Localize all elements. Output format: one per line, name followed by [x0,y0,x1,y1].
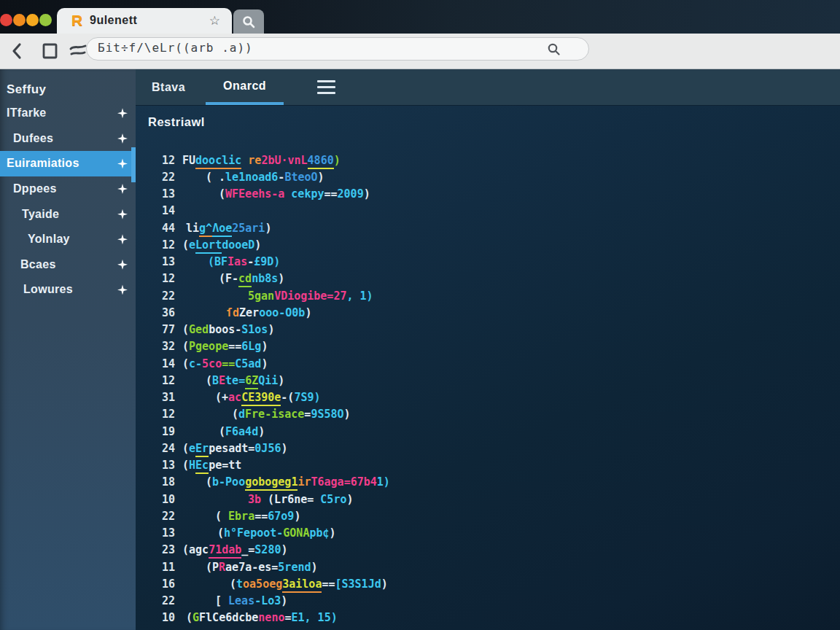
code-token: == [254,510,268,524]
code-token: Ebra [228,510,254,524]
code-token: ) [381,578,388,591]
code-token: £9D [254,255,273,269]
search-tab[interactable] [233,9,264,34]
code-token: ſd [226,306,239,320]
expand-plus-icon[interactable] [117,284,128,295]
code-text: ( Ebra==67o9) [215,510,300,523]
code-text: (GFlCe6dcbeneno=E1, 15) [186,611,338,624]
code-line: 12(F-cdnb8s) [153,271,840,287]
sidebar-item[interactable]: Tyaide [0,201,136,227]
expand-plus-icon[interactable] [117,234,128,244]
code-token: ) [261,357,268,371]
code-text: 3b (Lr6ne= C5ro) [248,493,354,506]
menu-icon[interactable] [317,69,335,105]
favicon-icon: R [71,12,82,29]
sidebar-item-label: Lowures [0,283,73,296]
line-number: 18 [153,475,175,489]
code-line: 24(eErpesadt=0J56) [153,440,840,456]
url-search-icon[interactable] [547,42,561,56]
code-line: 13(HEcpe=tt [153,457,840,474]
sidebar-item[interactable]: Euiramiatios [0,151,136,176]
window-control-fullscreen[interactable] [39,14,52,26]
code-text: (HEcpe=tt [182,459,241,472]
browser-window: R 9ulenett ☆ Бit÷f/\eLr((arb .a)) [0,0,840,630]
code-token: ) [311,561,318,575]
code-token: VDiogibe=27 [274,289,346,303]
code-token: 9S58O [311,408,343,421]
line-number: 22 [153,171,175,184]
code-token: ( [219,187,225,201]
code-text: (Pgeope==6Lg) [182,340,268,353]
tab-onarcd[interactable]: Onarcd [206,69,284,105]
code-text: (+acCE390e-(7S9) [215,391,321,404]
line-number: 10 [153,611,175,624]
tab-btava[interactable]: Btava [150,69,187,105]
code-token: pe=tt [209,459,241,472]
code-text: (Gedboos-S1os) [182,323,274,336]
code-text: (c-5co==C5ad) [182,357,268,370]
code-token: (F- [219,272,238,286]
code-token: ir [298,475,311,489]
expand-plus-icon[interactable] [117,209,128,219]
line-number: 23 [153,543,175,556]
code-token: Ged [189,323,209,337]
bookmark-star-icon[interactable]: ☆ [209,13,220,28]
sidebar-item[interactable]: Yolnlay [0,227,136,252]
code-token: WFEeehs-a [225,187,284,201]
back-icon[interactable] [10,42,25,60]
code-line: 17 [153,626,840,630]
browser-tab[interactable]: R 9ulenett ☆ [57,8,232,34]
code-token: (Lr6ne= [261,493,320,507]
code-token: 1) [377,475,390,489]
line-number: 12 [153,272,175,285]
sidebar-item[interactable]: Dufees [0,126,136,152]
code-token: _= [241,543,254,557]
code-token: = [284,611,291,625]
code-line: 14(c-5co==C5ad) [153,355,840,372]
code-token: F [221,255,228,269]
code-text: [ Leas-Lo3) [215,594,287,607]
code-token: Leas [228,594,254,608]
url-bar[interactable]: Бit÷f/\eLr((arb .a)) [86,37,589,61]
sidebar-item[interactable]: Dppees [0,176,136,202]
sidebar-item[interactable]: Bcaes [0,252,136,278]
sidebar-item[interactable]: Lowures [0,277,136,303]
expand-plus-icon[interactable] [117,158,128,168]
code-token: cekpy [291,187,324,201]
code-line: 77(Gedboos-S1os) [153,322,840,338]
line-number: 12 [153,154,175,167]
code-token: T6aga=67b4 [311,475,377,489]
code-token: ) [258,425,265,439]
code-token: ( [217,526,224,540]
code-token: ) [278,374,284,388]
window-control-zoom[interactable] [26,14,39,26]
sidebar-list: ITfarkeDufeesEuiramiatiosDppeesTyaideYol… [0,101,136,303]
window-control-close[interactable] [0,14,12,26]
bookmark-square-icon[interactable] [41,42,58,60]
code-line: 12(dFre-isace=9S58O) [153,406,840,423]
expand-plus-icon[interactable] [117,184,128,194]
code-token: , 1) [346,289,373,303]
content-tabbar: Btava Onarcd [136,69,840,106]
code-line: 11(PRae7a-es=5rend) [153,559,840,575]
code-token: ) [281,543,287,557]
window-control-minimize[interactable] [13,14,26,26]
code-token: 0J56 [254,442,281,456]
code-token: 5co [202,357,222,371]
code-token: [ [215,594,228,608]
expand-plus-icon[interactable] [117,260,128,270]
reload-icon[interactable] [69,42,88,60]
code-token: 5gan [248,289,274,303]
code-line: 10(GFlCe6dcbeneno=E1, 15) [153,610,840,626]
code-token: Pgeope [189,340,228,354]
code-text: (F-cdnb8s) [219,272,284,285]
sidebar-item-label: Euiramiatios [0,157,79,170]
code-token: e [189,238,195,252]
code-token: Fre-isace [245,408,304,421]
code-token: ( [206,374,212,388]
expand-plus-icon[interactable] [117,133,128,144]
code-token: ( [230,578,236,591]
sidebar-item[interactable]: ITfarke [0,101,136,126]
expand-plus-icon[interactable] [117,108,128,118]
code-token: ( [182,323,189,337]
